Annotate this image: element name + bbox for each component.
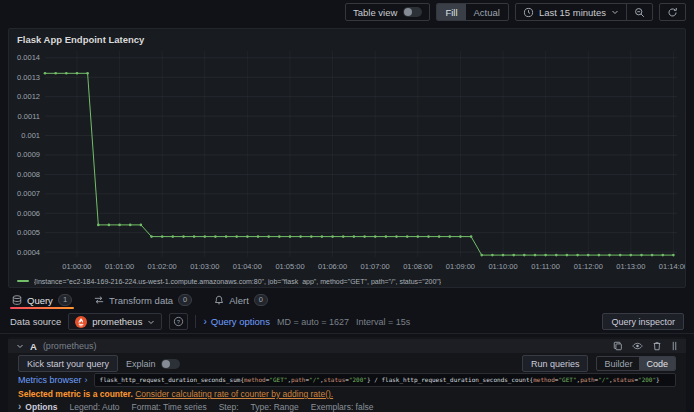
svg-text:01:02:00: 01:02:00 — [148, 262, 177, 271]
query-expression-row: Metrics browser › flask_http_request_dur… — [18, 373, 676, 387]
chevron-down-icon[interactable] — [16, 342, 24, 350]
svg-text:0.0011: 0.0011 — [18, 112, 40, 121]
warning-hint-link[interactable]: Consider calculating rate of counter by … — [135, 389, 333, 399]
option-format: Format: Time series — [132, 402, 207, 412]
builder-code-toggle: Builder Code — [596, 356, 676, 371]
actual-button[interactable]: Actual — [466, 4, 508, 20]
zoom-out-button[interactable] — [626, 4, 652, 20]
svg-text:01:13:00: 01:13:00 — [616, 262, 645, 271]
transform-icon — [94, 295, 104, 305]
option-exemplars: Exemplars: false — [311, 402, 374, 412]
svg-text:01:03:00: 01:03:00 — [190, 262, 219, 271]
svg-text:01:09:00: 01:09:00 — [446, 262, 475, 271]
editor-tabs: Query 1 Transform data 0 Alert 0 — [0, 290, 694, 310]
svg-text:01:14:00: 01:14:00 — [659, 262, 685, 271]
svg-text:01:04:00: 01:04:00 — [233, 262, 262, 271]
svg-text:0.0009: 0.0009 — [17, 150, 40, 159]
svg-text:01:06:00: 01:06:00 — [318, 262, 347, 271]
datasource-help-button[interactable]: ? — [169, 313, 188, 330]
tab-query[interactable]: Query 1 — [10, 290, 74, 310]
database-icon — [12, 295, 22, 305]
options-toggle[interactable]: › Options — [18, 402, 57, 412]
tab-transform-count: 0 — [178, 294, 192, 306]
chart-legend[interactable]: {instance="ec2-184-169-216-224.us-west-1… — [9, 273, 685, 287]
svg-text:?: ? — [177, 319, 181, 325]
tab-transform-data[interactable]: Transform data 0 — [92, 290, 194, 310]
svg-text:0.0007: 0.0007 — [17, 189, 40, 198]
svg-text:01:10:00: 01:10:00 — [488, 262, 517, 271]
warning-text: Selected metric is a counter. — [18, 389, 133, 399]
fill-actual-toggle: Fill Actual — [436, 3, 509, 21]
options-label: Options — [25, 402, 57, 412]
table-view-group[interactable]: Table view — [345, 3, 430, 21]
option-legend: Legend: Auto — [69, 402, 119, 412]
query-options-label: Query options — [211, 316, 270, 327]
table-view-label: Table view — [353, 7, 397, 18]
table-view-switch[interactable] — [403, 7, 422, 17]
svg-text:01:12:00: 01:12:00 — [574, 262, 603, 271]
svg-text:0.0008: 0.0008 — [17, 170, 40, 179]
query-ref-id: A — [30, 341, 37, 352]
svg-text:0.0005: 0.0005 — [17, 228, 40, 237]
svg-text:0.0014: 0.0014 — [17, 53, 40, 62]
latency-panel: Flask App Endpoint Latency 01:00:0001:01… — [8, 28, 686, 288]
explain-toggle-group: Explain — [126, 359, 180, 369]
datasource-selected: prometheus — [92, 316, 142, 327]
prometheus-icon — [75, 316, 87, 328]
time-range-label: Last 15 minutes — [539, 7, 606, 18]
svg-text:01:05:00: 01:05:00 — [275, 262, 304, 271]
switch-knob — [162, 360, 170, 368]
builder-mode-button[interactable]: Builder — [597, 357, 639, 370]
explain-label: Explain — [126, 359, 156, 369]
svg-text:0.001: 0.001 — [21, 131, 40, 140]
query-inspector-button[interactable]: Query inspector — [602, 313, 684, 330]
panel-title: Flask App Endpoint Latency — [9, 29, 685, 47]
svg-text:0.0013: 0.0013 — [17, 73, 40, 82]
copy-icon[interactable] — [613, 341, 623, 351]
query-expression[interactable]: flask_http_request_duration_seconds_sum{… — [94, 373, 676, 387]
refresh-icon — [667, 7, 678, 18]
kick-start-query-button[interactable]: Kick start your query — [18, 355, 118, 372]
datasource-picker[interactable]: prometheus — [68, 313, 162, 330]
chevron-down-icon — [611, 8, 619, 16]
legend-series-label[interactable]: {instance="ec2-184-169-216-224.us-west-1… — [34, 278, 441, 285]
chevron-right-icon: › — [18, 402, 21, 412]
svg-text:0.0004: 0.0004 — [17, 248, 40, 257]
datasource-label: Data source — [10, 316, 61, 327]
eye-icon[interactable] — [632, 341, 643, 351]
time-range-picker[interactable]: Last 15 minutes — [516, 4, 626, 20]
fill-button[interactable]: Fill — [437, 4, 465, 20]
metrics-browser-label: Metrics browser — [18, 375, 82, 385]
code-mode-button[interactable]: Code — [639, 357, 675, 370]
tab-alert-label: Alert — [229, 295, 249, 306]
svg-text:0.0006: 0.0006 — [17, 209, 40, 218]
run-queries-button[interactable]: Run queries — [522, 355, 589, 372]
tab-query-count: 1 — [58, 294, 72, 306]
latency-chart-svg[interactable]: 01:00:0001:01:0001:02:0001:03:0001:04:00… — [9, 47, 685, 273]
query-options-toggle[interactable]: › Query options — [203, 316, 270, 327]
drag-handle-icon[interactable] — [671, 341, 678, 351]
switch-knob — [404, 8, 412, 16]
datasource-bar: Data source prometheus ? › Query options… — [0, 310, 694, 334]
chevron-down-icon — [147, 318, 155, 326]
interval-summary: Interval = 15s — [356, 317, 410, 327]
svg-text:01:07:00: 01:07:00 — [361, 262, 390, 271]
trash-icon[interactable] — [652, 341, 662, 351]
metrics-browser-toggle[interactable]: Metrics browser › — [18, 375, 88, 385]
explain-switch[interactable] — [161, 359, 180, 369]
refresh-button[interactable] — [660, 4, 685, 20]
tab-transform-label: Transform data — [109, 295, 173, 306]
divider — [195, 315, 196, 328]
query-row-header[interactable]: A (prometheus) — [8, 339, 686, 353]
refresh-group — [659, 3, 686, 21]
tab-alert[interactable]: Alert 0 — [212, 290, 270, 310]
zoom-out-icon — [634, 7, 645, 18]
question-circle-icon: ? — [173, 316, 184, 327]
tab-alert-count: 0 — [254, 294, 268, 306]
counter-warning: Selected metric is a counter. Consider c… — [18, 389, 676, 400]
clock-icon — [523, 7, 534, 18]
legend-series-swatch — [17, 280, 29, 282]
query-datasource-hint: (prometheus) — [43, 341, 97, 351]
svg-text:01:01:00: 01:01:00 — [105, 262, 134, 271]
bell-icon — [214, 295, 224, 305]
